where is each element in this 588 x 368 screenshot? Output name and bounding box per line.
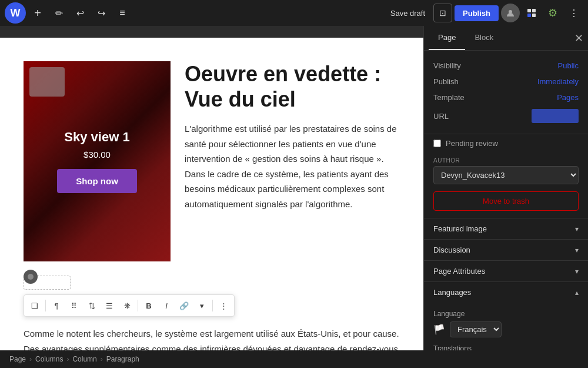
view-icon: ⊡ [439,8,446,18]
block-more-options-button[interactable]: ⋮ [215,297,232,314]
move-up-down-button[interactable]: ⇅ [83,297,100,314]
lang-flag-icon: 🏳️ [433,324,445,335]
publish-button[interactable]: Publish [455,5,499,21]
align-icon: ☰ [106,301,113,310]
settings-button[interactable] [522,4,541,22]
move-to-trash-button[interactable]: Move to trash [433,191,579,211]
page-attributes-label: Page Attributes [433,267,485,276]
block-type-icon: ❏ [31,301,38,310]
right-panel: Page Block ✕ Visibility Public Publish I… [423,26,588,350]
text-column: Oeuvre en vedette : Vue du ciel L'algori… [171,61,400,261]
view-button[interactable]: ⊡ [433,4,452,22]
page-attributes-chevron: ▾ [575,267,579,276]
list-view-icon: ≡ [119,8,125,18]
editor-area: Sky view 1 $30.00 Shop now Oeuvre en ved… [0,26,423,350]
transform-icon: ❋ [124,301,131,310]
italic-button[interactable]: I [158,297,175,314]
dropdown-icon: ▾ [200,301,204,310]
template-value[interactable]: Pages [557,93,579,102]
publish-row: Publish Immediately [433,74,579,89]
link-button[interactable]: 🔗 [176,297,192,314]
publish-label: Publish [433,77,459,86]
page-title[interactable]: Oeuvre en vedette : Vue du ciel [185,61,400,112]
undo-button[interactable]: ↩ [71,4,89,22]
svg-rect-1 [527,9,531,12]
svg-point-5 [28,274,34,280]
featured-image-row[interactable]: Featured image ▾ [424,218,588,239]
format-toolbar-wrapper [24,276,400,290]
visibility-value[interactable]: Public [558,61,579,70]
languages-body: Language 🏳️ Français Translations 🇨🇦 + 🇺… [424,303,588,350]
pending-review-label: Pending review [446,139,498,148]
list-view-button[interactable]: ≡ [113,4,132,22]
add-block-button[interactable]: + [28,4,47,22]
paragraph-icon-button[interactable]: ¶ [48,297,65,314]
tab-page[interactable]: Page [429,26,465,50]
languages-section: Languages ▴ Language 🏳️ Français Transla… [424,281,588,350]
languages-title-row[interactable]: Languages ▴ [424,282,588,303]
breadcrumb-item-column[interactable]: Column [72,355,96,363]
avatar[interactable] [501,4,520,22]
bold-button[interactable]: B [141,297,157,314]
url-row: URL [433,105,579,127]
shop-now-button[interactable]: Shop now [57,169,137,193]
main-toolbar: W + ✏ ↩ ↪ ≡ Save draft ⊡ Publish ⚙ ⋮ [0,0,588,26]
featured-image-label: Featured image [433,224,487,233]
page-attributes-row[interactable]: Page Attributes ▾ [424,260,588,281]
columns-block: Sky view 1 $30.00 Shop now Oeuvre en ved… [24,61,400,261]
more-options-button[interactable]: ⋮ [564,4,583,22]
product-price: $30.00 [83,150,111,160]
breadcrumb-item-page[interactable]: Page [9,355,26,363]
align-button[interactable]: ☰ [101,297,118,314]
url-label: URL [433,112,449,121]
pending-review-checkbox[interactable] [433,140,441,147]
discussion-row[interactable]: Discussion ▾ [424,239,588,260]
breadcrumb-item-columns[interactable]: Columns [35,355,63,363]
drag-handle-button[interactable]: ⠿ [66,297,82,314]
paragraph-icon: ¶ [55,301,59,310]
more-icon: ⋮ [569,8,579,19]
paragraph-2[interactable]: Comme le notent les chercheurs, le systè… [24,326,400,350]
visibility-label: Visibility [433,61,461,70]
extensions-button[interactable]: ⚙ [543,4,562,22]
publish-value[interactable]: Immediately [537,77,579,86]
editor-content: Sky view 1 $30.00 Shop now Oeuvre en ved… [0,38,423,350]
breadcrumb-sep-3: › [101,355,103,363]
save-draft-button[interactable]: Save draft [385,5,431,21]
template-row: Template Pages [433,89,579,105]
main-area: Sky view 1 $30.00 Shop now Oeuvre en ved… [0,26,588,350]
wp-logo-button[interactable]: W [5,2,26,24]
paragraph-1[interactable]: L'algorithme est utilisé par les prestat… [185,121,400,211]
svg-rect-4 [532,14,536,17]
bold-icon: B [146,301,151,310]
language-select-row: 🏳️ Français [433,321,579,337]
discussion-chevron: ▾ [575,246,579,254]
product-title: Sky view 1 [64,130,129,145]
breadcrumb: Page › Columns › Column › Paragraph [0,350,588,368]
url-value[interactable] [532,109,579,123]
tab-block[interactable]: Block [465,26,503,50]
svg-rect-2 [532,9,536,12]
block-type-button[interactable]: ❏ [26,297,43,314]
undo-icon: ↩ [76,8,84,19]
tools-button[interactable]: ✏ [49,4,68,22]
redo-button[interactable]: ↪ [92,4,111,22]
format-toolbar: ❏ ¶ ⠿ ⇅ ☰ ❋ B [24,294,235,317]
visibility-row: Visibility Public [433,58,579,74]
panel-close-button[interactable]: ✕ [574,33,583,44]
product-image-bg: Sky view 1 $30.00 Shop now [24,61,171,261]
author-select[interactable]: Devyn_Kovacek13 [433,166,579,184]
breadcrumb-sep-1: › [29,355,32,363]
link-icon: 🔗 [179,301,189,310]
featured-image-chevron: ▾ [575,225,579,233]
italic-icon: I [165,301,168,310]
breadcrumb-sep-2: › [66,355,69,363]
more-rich-text-button[interactable]: ▾ [193,297,210,314]
image-column: Sky view 1 $30.00 Shop now [24,61,171,261]
language-select[interactable]: Français [450,321,502,337]
image-gray-patch [29,67,65,97]
transform-button[interactable]: ❋ [119,297,135,314]
breadcrumb-item-paragraph[interactable]: Paragraph [106,355,139,363]
languages-label: Languages [433,288,471,297]
more-options-icon: ⋮ [220,301,228,310]
